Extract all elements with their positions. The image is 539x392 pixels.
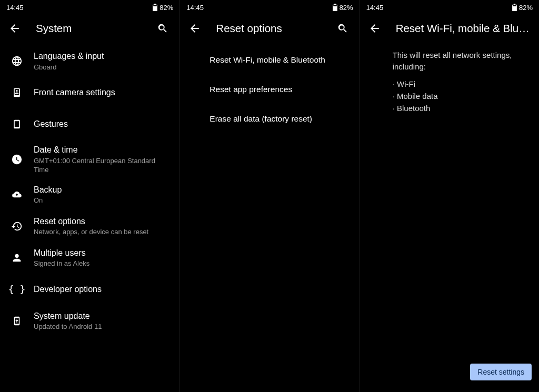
battery-icon (333, 4, 337, 11)
bullet-mobile-data: Mobile data (393, 90, 528, 102)
row-factory-reset[interactable]: Erase all data (factory reset) (180, 104, 359, 134)
row-subtitle: Signed in as Aleks (34, 259, 171, 268)
panel-system: 14:45 82% System Languages & input Gboar… (0, 0, 179, 392)
row-front-camera[interactable]: Front camera settings (0, 77, 179, 108)
battery-percent: 82% (159, 4, 173, 12)
row-title: Reset options (34, 216, 171, 227)
panel-reset-options: 14:45 82% Reset options Reset Wi-Fi, mob… (179, 0, 359, 392)
settings-list: Languages & input Gboard Front camera se… (0, 42, 179, 392)
back-button[interactable] (4, 18, 25, 39)
panel-reset-network: 14:45 82% Reset Wi-Fi, mobile & Blueto… … (360, 0, 539, 392)
back-button[interactable] (184, 18, 205, 39)
row-title: Backup (34, 184, 171, 196)
signal-icon (318, 4, 324, 11)
row-languages-input[interactable]: Languages & input Gboard (0, 45, 179, 77)
page-title: Reset Wi-Fi, mobile & Blueto… (396, 22, 533, 35)
back-button[interactable] (364, 18, 385, 39)
svg-rect-2 (513, 5, 516, 6)
row-title: Languages & input (34, 51, 171, 62)
row-gestures[interactable]: Gestures (0, 108, 179, 140)
gestures-icon (12, 118, 22, 130)
cloud-upload-icon (11, 190, 23, 199)
braces-icon: { } (8, 284, 26, 295)
row-title: Developer options (34, 284, 171, 295)
row-reset-options[interactable]: Reset options Network, apps, or device c… (0, 210, 179, 242)
intro-text: This will reset all network settings, in… (360, 42, 539, 73)
row-subtitle: Gboard (34, 63, 171, 72)
row-reset-app-prefs[interactable]: Reset app preferences (180, 75, 359, 104)
signal-icon (497, 4, 504, 11)
language-icon (11, 55, 23, 67)
status-bar: 14:45 82% (360, 0, 539, 15)
status-time: 14:45 (186, 4, 204, 12)
svg-rect-0 (153, 5, 157, 6)
row-developer-options[interactable]: { } Developer options (0, 274, 179, 305)
vpn-key-icon (298, 4, 307, 11)
status-icons: 82% (477, 4, 533, 12)
person-icon (11, 252, 23, 264)
app-bar: Reset Wi-Fi, mobile & Blueto… (360, 15, 539, 42)
battery-percent: 82% (340, 4, 353, 12)
row-title: Front camera settings (34, 87, 171, 98)
wifi-icon (488, 4, 496, 11)
status-bar: 14:45 82% (180, 0, 359, 15)
app-bar: System (0, 15, 179, 42)
status-time: 14:45 (366, 4, 384, 12)
signal-icon (325, 4, 332, 11)
row-title: Reset app preferences (209, 84, 351, 95)
row-system-update[interactable]: System update Updated to Android 11 (0, 305, 179, 337)
row-reset-network[interactable]: Reset Wi-Fi, mobile & Bluetooth (180, 45, 359, 75)
row-multiple-users[interactable]: Multiple users Signed in as Aleks (0, 242, 179, 274)
row-subtitle: On (34, 196, 171, 205)
arrow-back-icon (8, 22, 21, 35)
bullet-wifi: Wi-Fi (393, 78, 528, 90)
vpn-key-icon (477, 4, 487, 11)
signal-icon (138, 4, 144, 11)
restore-icon (11, 220, 23, 232)
search-button[interactable] (152, 18, 173, 39)
battery-percent: 82% (519, 4, 533, 12)
row-subtitle: GMT+01:00 Central European Standard Time (34, 156, 171, 175)
battery-icon (512, 4, 517, 11)
row-date-time[interactable]: Date & time GMT+01:00 Central European S… (0, 140, 179, 179)
wifi-icon (308, 4, 317, 11)
row-subtitle: Network, apps, or device can be reset (34, 227, 171, 237)
battery-icon (153, 4, 157, 11)
status-icons: 82% (298, 4, 353, 12)
system-update-icon (12, 315, 22, 327)
row-title: Multiple users (34, 247, 171, 259)
clock-icon (11, 154, 23, 165)
bullet-list: Wi-Fi Mobile data Bluetooth (360, 73, 539, 115)
page-title: System (36, 22, 142, 35)
reset-settings-button[interactable]: Reset settings (470, 364, 532, 380)
row-title: Gestures (34, 118, 171, 130)
row-subtitle: Updated to Android 11 (34, 322, 171, 331)
row-title: Erase all data (factory reset) (209, 114, 351, 125)
reset-options-list: Reset Wi-Fi, mobile & Bluetooth Reset ap… (180, 42, 359, 392)
status-icons: 82% (118, 4, 173, 12)
status-time: 14:45 (6, 4, 24, 12)
row-title: Reset Wi-Fi, mobile & Bluetooth (209, 55, 351, 66)
search-button[interactable] (332, 18, 353, 39)
page-title: Reset options (216, 22, 321, 35)
row-title: System update (34, 310, 171, 322)
wifi-icon (128, 4, 137, 11)
arrow-back-icon (188, 22, 201, 35)
status-bar: 14:45 82% (0, 0, 179, 15)
signal-icon (145, 4, 152, 11)
row-backup[interactable]: Backup On (0, 179, 179, 210)
signal-icon (505, 4, 511, 11)
search-icon (337, 23, 348, 34)
row-title: Date & time (34, 144, 171, 156)
vpn-key-icon (118, 4, 127, 11)
svg-rect-1 (333, 5, 337, 6)
app-bar: Reset options (180, 15, 359, 42)
camera-front-icon (12, 86, 22, 99)
arrow-back-icon (368, 22, 381, 35)
search-icon (157, 23, 168, 34)
bullet-bluetooth: Bluetooth (393, 102, 528, 114)
